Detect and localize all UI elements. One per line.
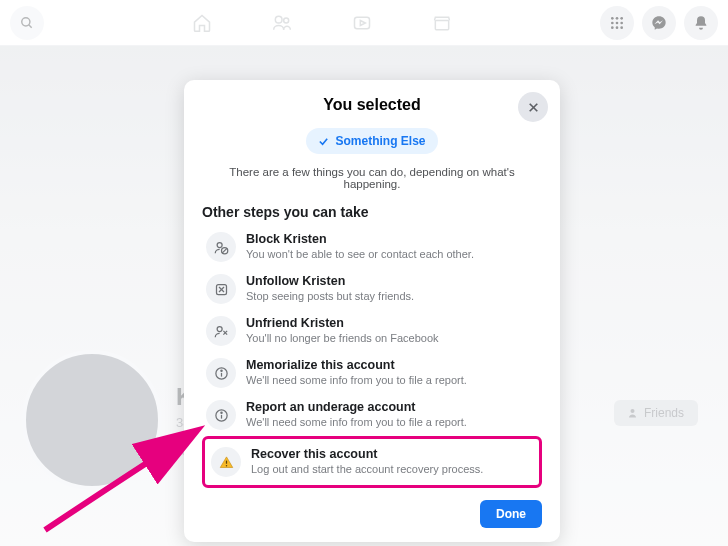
step-subtitle: Log out and start the account recovery p… xyxy=(251,463,483,475)
unfollow-icon xyxy=(206,274,236,304)
step-subtitle: Stop seeing posts but stay friends. xyxy=(246,290,414,302)
step-title: Block Kristen xyxy=(246,232,474,246)
step-unfriend[interactable]: Unfriend Kristen You'll no longer be fri… xyxy=(202,310,542,352)
step-subtitle: You'll no longer be friends on Facebook xyxy=(246,332,439,344)
step-subtitle: We'll need some info from you to file a … xyxy=(246,416,467,428)
step-title: Report an underage account xyxy=(246,400,467,414)
step-subtitle: You won't be able to see or contact each… xyxy=(246,248,474,260)
warning-icon xyxy=(211,447,241,477)
step-unfollow[interactable]: Unfollow Kristen Stop seeing posts but s… xyxy=(202,268,542,310)
close-button[interactable] xyxy=(518,92,548,122)
selected-reason-chip[interactable]: Something Else xyxy=(306,128,437,154)
close-icon xyxy=(527,101,540,114)
svg-point-36 xyxy=(225,464,227,466)
step-block[interactable]: Block Kristen You won't be able to see o… xyxy=(202,226,542,268)
svg-point-30 xyxy=(220,370,221,371)
step-title: Recover this account xyxy=(251,447,483,461)
svg-line-21 xyxy=(222,248,227,253)
svg-point-25 xyxy=(217,326,222,331)
info-icon xyxy=(206,358,236,388)
step-title: Unfriend Kristen xyxy=(246,316,439,330)
done-button-label: Done xyxy=(496,507,526,521)
check-icon xyxy=(318,136,329,147)
section-heading: Other steps you can take xyxy=(202,204,542,220)
unfriend-icon xyxy=(206,316,236,346)
step-recover-account[interactable]: Recover this account Log out and start t… xyxy=(202,436,542,488)
info-icon xyxy=(206,400,236,430)
step-subtitle: We'll need some info from you to file a … xyxy=(246,374,467,386)
done-button[interactable]: Done xyxy=(480,500,542,528)
chip-label: Something Else xyxy=(335,134,425,148)
steps-list: Block Kristen You won't be able to see o… xyxy=(202,226,542,488)
modal-title: You selected xyxy=(202,96,542,114)
svg-point-19 xyxy=(217,242,222,247)
step-memorialize[interactable]: Memorialize this account We'll need some… xyxy=(202,352,542,394)
step-underage[interactable]: Report an underage account We'll need so… xyxy=(202,394,542,436)
report-modal: You selected Something Else There are a … xyxy=(184,80,560,542)
modal-lead-text: There are a few things you can do, depen… xyxy=(202,166,542,190)
step-title: Unfollow Kristen xyxy=(246,274,414,288)
block-icon xyxy=(206,232,236,262)
svg-point-33 xyxy=(220,412,221,413)
step-title: Memorialize this account xyxy=(246,358,467,372)
